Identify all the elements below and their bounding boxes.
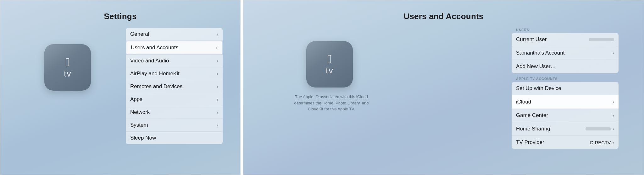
right-item-right-1-4: DIRECTV› (590, 140, 614, 145)
right-panel-title: Users and Accounts (403, 12, 483, 21)
left-menu-item-8[interactable]: Sleep Now (126, 132, 223, 144)
right-item-right-1-3: › (586, 126, 614, 131)
right-settings-menu: USERSCurrent UserSamantha's Account›Add … (512, 28, 619, 151)
right-item-right-1-2: › (613, 113, 614, 118)
chevron-icon-7: › (217, 123, 218, 128)
left-menu-item-label-2: Video and Audio (130, 58, 169, 64)
left-menu-item-label-4: Remotes and Devices (130, 83, 182, 90)
right-menu-item-1-4[interactable]: TV ProviderDIRECTV› (512, 136, 619, 149)
left-menu-item-label-6: Network (130, 109, 150, 115)
left-menu-item-3[interactable]: AirPlay and HomeKit› (126, 67, 223, 80)
right-chevron-icon-1-4: › (613, 140, 614, 145)
left-menu-item-4[interactable]: Remotes and Devices› (126, 80, 223, 93)
chevron-icon-0: › (217, 32, 218, 37)
right-menu-item-0-2[interactable]: Add New User… (512, 60, 619, 73)
chevron-icon-2: › (217, 58, 218, 63)
right-panel: Users and Accounts  tv The Apple ID ass… (243, 0, 644, 175)
section-label-1: APPLE TV ACCOUNTS (512, 77, 619, 81)
apple-logo-right:  (327, 53, 332, 65)
left-menu-item-5[interactable]: Apps› (126, 93, 223, 106)
left-menu-item-label-0: General (130, 31, 149, 37)
right-item-label-1-1: iCloud (516, 99, 531, 105)
right-menu-section-0: Current UserSamantha's Account›Add New U… (512, 33, 619, 73)
right-menu-item-1-3[interactable]: Home Sharing› (512, 122, 619, 136)
blur-bar-1-3 (586, 127, 611, 130)
tv-text-left: tv (64, 69, 71, 79)
left-menu-item-1[interactable]: Users and Accounts› (126, 41, 223, 55)
right-item-label-1-0: Set Up with Device (516, 85, 561, 92)
right-item-right-1-1: › (613, 99, 614, 104)
appletv-icon-right:  tv (306, 41, 353, 88)
left-menu-item-7[interactable]: System› (126, 119, 223, 132)
right-chevron-icon-1-3: › (613, 126, 614, 131)
right-item-label-1-4: TV Provider (516, 139, 544, 146)
settings-menu: General›Users and Accounts›Video and Aud… (126, 28, 223, 144)
right-item-label-1-3: Home Sharing (516, 126, 550, 132)
right-chevron-icon-0-1: › (613, 50, 614, 56)
left-panel-title: Settings (104, 12, 136, 21)
left-menu-item-label-1: Users and Accounts (131, 45, 178, 51)
right-chevron-icon-1-2: › (613, 113, 614, 118)
right-item-right-0-1: › (613, 50, 614, 56)
left-menu-item-label-7: System (130, 122, 148, 128)
chevron-icon-6: › (217, 110, 218, 115)
right-menu-item-1-0[interactable]: Set Up with Device (512, 82, 619, 95)
right-menu-item-0-1[interactable]: Samantha's Account› (512, 46, 619, 60)
right-item-label-0-0: Current User (516, 36, 547, 43)
right-item-right-0-0 (589, 38, 614, 41)
left-menu-item-0[interactable]: General› (126, 28, 223, 41)
right-item-label-0-1: Samantha's Account (516, 50, 564, 56)
left-menu-item-label-3: AirPlay and HomeKit (130, 71, 180, 77)
right-menu-item-0-0[interactable]: Current User (512, 33, 619, 46)
item-value-1-4: DIRECTV (590, 140, 611, 145)
appletv-icon-left:  tv (44, 44, 91, 91)
chevron-icon-4: › (217, 84, 218, 89)
description-text: The Apple ID associated with this iCloud… (287, 94, 375, 112)
chevron-icon-5: › (217, 97, 218, 102)
right-chevron-icon-1-1: › (613, 99, 614, 104)
right-menu-item-1-2[interactable]: Game Center› (512, 109, 619, 122)
left-menu-item-2[interactable]: Video and Audio› (126, 55, 223, 67)
tv-text-right: tv (326, 66, 333, 76)
left-menu-item-6[interactable]: Network› (126, 106, 223, 119)
left-panel: Settings  tv General›Users and Accounts… (0, 0, 241, 175)
chevron-icon-3: › (217, 71, 218, 76)
left-menu-item-label-5: Apps (130, 96, 142, 103)
right-menu-section-1: Set Up with DeviceiCloud›Game Center›Hom… (512, 82, 619, 149)
blur-bar-0-0 (589, 38, 614, 41)
left-menu-item-label-8: Sleep Now (130, 135, 156, 141)
right-item-label-0-2: Add New User… (516, 63, 556, 70)
section-label-0: USERS (512, 28, 619, 32)
chevron-icon-1: › (216, 45, 218, 50)
right-item-label-1-2: Game Center (516, 112, 548, 119)
right-menu-item-1-1[interactable]: iCloud› (512, 95, 619, 109)
apple-logo-left:  (65, 56, 70, 68)
